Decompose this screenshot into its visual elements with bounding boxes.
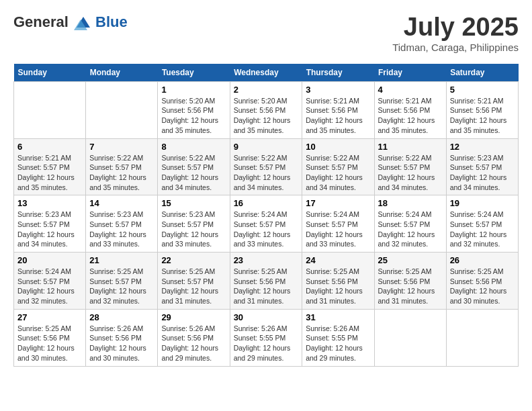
day-detail: Sunrise: 5:22 AMSunset: 5:57 PMDaylight:… — [306, 153, 370, 193]
day-number: 29 — [161, 312, 226, 322]
day-number: 5 — [450, 85, 515, 95]
location: Tidman, Caraga, Philippines — [392, 42, 519, 53]
day-detail: Sunrise: 5:26 AMSunset: 5:56 PMDaylight:… — [161, 324, 226, 363]
day-number: 10 — [306, 142, 370, 152]
calendar-body: 1Sunrise: 5:20 AMSunset: 5:56 PMDaylight… — [14, 81, 519, 366]
header-day: Friday — [374, 64, 446, 82]
day-number: 13 — [17, 198, 82, 208]
calendar-cell — [446, 309, 518, 366]
calendar-cell: 30Sunrise: 5:26 AMSunset: 5:55 PMDayligh… — [230, 309, 302, 366]
header-day: Sunday — [14, 64, 86, 82]
calendar-cell: 25Sunrise: 5:25 AMSunset: 5:56 PMDayligh… — [374, 253, 446, 310]
calendar-cell: 22Sunrise: 5:25 AMSunset: 5:57 PMDayligh… — [158, 253, 230, 310]
day-detail: Sunrise: 5:25 AMSunset: 5:56 PMDaylight:… — [234, 267, 299, 306]
week-row: 20Sunrise: 5:24 AMSunset: 5:57 PMDayligh… — [14, 253, 519, 310]
day-detail: Sunrise: 5:25 AMSunset: 5:56 PMDaylight:… — [450, 267, 515, 306]
calendar-table: SundayMondayTuesdayWednesdayThursdayFrid… — [13, 64, 519, 367]
day-number: 28 — [89, 312, 154, 322]
day-detail: Sunrise: 5:23 AMSunset: 5:57 PMDaylight:… — [17, 210, 82, 249]
logo-blue: Blue — [95, 13, 128, 31]
calendar-cell: 24Sunrise: 5:25 AMSunset: 5:56 PMDayligh… — [302, 253, 374, 310]
day-detail: Sunrise: 5:24 AMSunset: 5:57 PMDaylight:… — [17, 267, 82, 306]
day-detail: Sunrise: 5:20 AMSunset: 5:56 PMDaylight:… — [161, 96, 226, 136]
calendar-cell: 26Sunrise: 5:25 AMSunset: 5:56 PMDayligh… — [446, 253, 518, 310]
day-detail: Sunrise: 5:25 AMSunset: 5:57 PMDaylight:… — [89, 267, 154, 306]
day-detail: Sunrise: 5:20 AMSunset: 5:56 PMDaylight:… — [234, 96, 299, 136]
day-detail: Sunrise: 5:24 AMSunset: 5:57 PMDaylight:… — [378, 210, 443, 249]
page-header: General Blue July 2025 Tidman, Caraga, P… — [13, 13, 519, 53]
day-number: 20 — [17, 255, 82, 265]
logo-general: General — [13, 13, 69, 30]
day-detail: Sunrise: 5:22 AMSunset: 5:57 PMDaylight:… — [161, 153, 226, 193]
day-number: 16 — [234, 198, 299, 208]
calendar-cell — [86, 81, 158, 138]
day-detail: Sunrise: 5:24 AMSunset: 5:57 PMDaylight:… — [234, 210, 299, 249]
day-number: 8 — [161, 142, 226, 152]
day-detail: Sunrise: 5:26 AMSunset: 5:55 PMDaylight:… — [306, 324, 370, 363]
day-detail: Sunrise: 5:24 AMSunset: 5:57 PMDaylight:… — [306, 210, 370, 249]
day-number: 19 — [450, 198, 515, 208]
calendar-cell: 5Sunrise: 5:21 AMSunset: 5:56 PMDaylight… — [446, 81, 518, 138]
calendar-cell: 11Sunrise: 5:22 AMSunset: 5:57 PMDayligh… — [374, 138, 446, 195]
day-number: 11 — [378, 142, 443, 152]
header-day: Monday — [86, 64, 158, 82]
calendar-cell — [14, 81, 86, 138]
calendar-cell — [374, 309, 446, 366]
day-number: 9 — [234, 142, 299, 152]
header-row: SundayMondayTuesdayWednesdayThursdayFrid… — [14, 64, 519, 82]
day-number: 14 — [89, 198, 154, 208]
calendar-cell: 7Sunrise: 5:22 AMSunset: 5:57 PMDaylight… — [86, 138, 158, 195]
day-detail: Sunrise: 5:22 AMSunset: 5:57 PMDaylight:… — [378, 153, 443, 193]
calendar-cell: 9Sunrise: 5:22 AMSunset: 5:57 PMDaylight… — [230, 138, 302, 195]
calendar-cell: 27Sunrise: 5:25 AMSunset: 5:56 PMDayligh… — [14, 309, 86, 366]
day-detail: Sunrise: 5:26 AMSunset: 5:55 PMDaylight:… — [234, 324, 299, 363]
calendar-cell: 19Sunrise: 5:24 AMSunset: 5:57 PMDayligh… — [446, 195, 518, 253]
week-row: 6Sunrise: 5:21 AMSunset: 5:57 PMDaylight… — [14, 138, 519, 195]
day-number: 1 — [161, 85, 226, 95]
day-number: 23 — [234, 255, 299, 265]
day-number: 17 — [306, 198, 370, 208]
day-number: 21 — [89, 255, 154, 265]
calendar-header: SundayMondayTuesdayWednesdayThursdayFrid… — [14, 64, 519, 82]
day-detail: Sunrise: 5:22 AMSunset: 5:57 PMDaylight:… — [89, 153, 154, 193]
calendar-cell: 12Sunrise: 5:23 AMSunset: 5:57 PMDayligh… — [446, 138, 518, 195]
day-detail: Sunrise: 5:23 AMSunset: 5:57 PMDaylight:… — [161, 210, 226, 249]
logo-icon — [74, 15, 93, 30]
day-number: 30 — [234, 312, 299, 322]
day-number: 18 — [378, 198, 443, 208]
calendar-cell: 31Sunrise: 5:26 AMSunset: 5:55 PMDayligh… — [302, 309, 374, 366]
calendar-cell: 3Sunrise: 5:21 AMSunset: 5:56 PMDaylight… — [302, 81, 374, 138]
header-day: Tuesday — [158, 64, 230, 82]
day-detail: Sunrise: 5:26 AMSunset: 5:56 PMDaylight:… — [89, 324, 154, 363]
calendar-cell: 15Sunrise: 5:23 AMSunset: 5:57 PMDayligh… — [158, 195, 230, 253]
day-detail: Sunrise: 5:21 AMSunset: 5:56 PMDaylight:… — [378, 96, 443, 136]
calendar-cell: 23Sunrise: 5:25 AMSunset: 5:56 PMDayligh… — [230, 253, 302, 310]
day-detail: Sunrise: 5:23 AMSunset: 5:57 PMDaylight:… — [89, 210, 154, 249]
header-day: Wednesday — [230, 64, 302, 82]
day-number: 2 — [234, 85, 299, 95]
header-day: Thursday — [302, 64, 374, 82]
day-number: 6 — [17, 142, 82, 152]
calendar-cell: 28Sunrise: 5:26 AMSunset: 5:56 PMDayligh… — [86, 309, 158, 366]
day-detail: Sunrise: 5:25 AMSunset: 5:56 PMDaylight:… — [17, 324, 82, 363]
day-detail: Sunrise: 5:25 AMSunset: 5:56 PMDaylight:… — [378, 267, 443, 306]
day-detail: Sunrise: 5:23 AMSunset: 5:57 PMDaylight:… — [450, 153, 515, 193]
calendar-cell: 2Sunrise: 5:20 AMSunset: 5:56 PMDaylight… — [230, 81, 302, 138]
week-row: 1Sunrise: 5:20 AMSunset: 5:56 PMDaylight… — [14, 81, 519, 138]
logo: General Blue — [13, 13, 128, 31]
day-detail: Sunrise: 5:21 AMSunset: 5:57 PMDaylight:… — [17, 153, 82, 193]
day-detail: Sunrise: 5:22 AMSunset: 5:57 PMDaylight:… — [234, 153, 299, 193]
day-detail: Sunrise: 5:25 AMSunset: 5:57 PMDaylight:… — [161, 267, 226, 306]
day-number: 26 — [450, 255, 515, 265]
month-title: July 2025 — [392, 13, 519, 42]
day-number: 24 — [306, 255, 370, 265]
calendar-cell: 4Sunrise: 5:21 AMSunset: 5:56 PMDaylight… — [374, 81, 446, 138]
calendar-cell: 18Sunrise: 5:24 AMSunset: 5:57 PMDayligh… — [374, 195, 446, 253]
day-detail: Sunrise: 5:21 AMSunset: 5:56 PMDaylight:… — [306, 96, 370, 136]
calendar-cell: 20Sunrise: 5:24 AMSunset: 5:57 PMDayligh… — [14, 253, 86, 310]
calendar-cell: 13Sunrise: 5:23 AMSunset: 5:57 PMDayligh… — [14, 195, 86, 253]
day-number: 15 — [161, 198, 226, 208]
header-day: Saturday — [446, 64, 518, 82]
day-detail: Sunrise: 5:25 AMSunset: 5:56 PMDaylight:… — [306, 267, 370, 306]
day-detail: Sunrise: 5:21 AMSunset: 5:56 PMDaylight:… — [450, 96, 515, 136]
